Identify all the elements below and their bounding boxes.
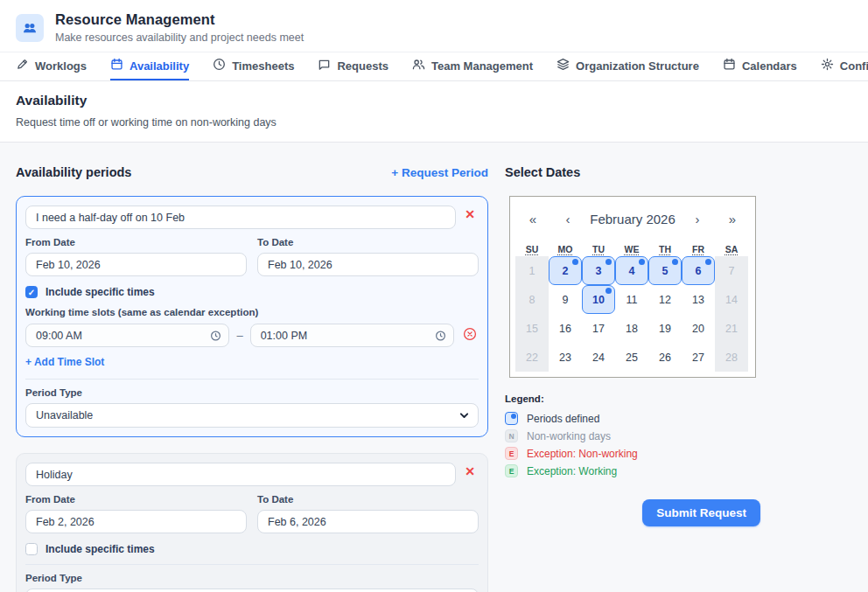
page-title: Availability — [16, 93, 852, 108]
legend-label: Exception: Working — [527, 465, 617, 477]
next-year-button[interactable]: » — [715, 212, 750, 226]
from-date-label: From Date — [25, 494, 247, 505]
calendar-day-number: 17 — [592, 323, 605, 335]
remove-period-button[interactable]: ✕ — [465, 463, 479, 477]
calendar-day[interactable]: 7 — [715, 256, 748, 285]
tab-availability[interactable]: Availability — [110, 52, 189, 80]
tab-label: Availability — [130, 59, 189, 73]
from-date-label: From Date — [25, 237, 247, 247]
prev-year-button[interactable]: « — [515, 212, 550, 226]
period-dot-icon — [572, 259, 578, 265]
tab-calendars[interactable]: Calendars — [723, 52, 797, 80]
period-type-label: Period Type — [25, 573, 479, 583]
calendar-day[interactable]: 19 — [648, 314, 682, 343]
calendar-day[interactable]: 16 — [549, 314, 582, 343]
calendar-day[interactable]: 3 — [582, 256, 615, 285]
calendar-day[interactable]: 12 — [648, 285, 682, 314]
legend-title: Legend: — [505, 394, 852, 404]
app-title: Resource Management — [55, 11, 304, 28]
weekday-label: WE — [615, 244, 648, 254]
calendar-day[interactable]: 18 — [615, 314, 648, 343]
from-date-input[interactable] — [25, 510, 247, 533]
calendar-day[interactable]: 13 — [682, 285, 715, 314]
tab-team-management[interactable]: Team Management — [412, 52, 533, 80]
calendar-day[interactable]: 20 — [682, 314, 715, 343]
prev-month-button[interactable]: ‹ — [550, 212, 585, 226]
calendar-day[interactable]: 25 — [615, 343, 648, 372]
calendar-day-number: 26 — [659, 352, 671, 364]
tab-configuration[interactable]: Configuration — [821, 52, 868, 80]
include-times-checkbox[interactable] — [25, 543, 38, 555]
calendar-day[interactable]: 24 — [582, 343, 615, 372]
divider — [25, 564, 479, 565]
include-times-label: Include specific times — [46, 543, 155, 555]
slot-start-input[interactable] — [25, 324, 229, 347]
select-dates-panel: Select Dates « ‹ February 2026 › » SU MO… — [505, 156, 852, 592]
period-type-label: Period Type — [25, 387, 479, 398]
period-name-input[interactable] — [25, 463, 456, 486]
calendar-nav: « ‹ February 2026 › » — [515, 202, 750, 235]
non-working-swatch-icon: N — [505, 429, 518, 442]
request-period-button[interactable]: + Request Period — [391, 166, 488, 179]
tab-requests[interactable]: Requests — [318, 52, 388, 80]
page-subtitle: Request time off or working time on non-… — [16, 116, 852, 129]
calendar-day[interactable]: 1 — [515, 256, 549, 285]
include-times-checkbox[interactable] — [25, 286, 38, 298]
exception-working-swatch-icon: E — [505, 464, 518, 477]
calendar-day[interactable]: 28 — [715, 343, 748, 372]
calendar-day[interactable]: 9 — [549, 285, 582, 314]
from-date-input[interactable] — [25, 253, 247, 276]
calendar-day-number: 6 — [696, 265, 702, 277]
calendar-day-number: 10 — [592, 294, 605, 306]
calendar-day[interactable]: 14 — [715, 285, 748, 314]
calendar-day[interactable]: 26 — [648, 343, 682, 372]
remove-period-button[interactable]: ✕ — [465, 205, 479, 220]
period-type-select[interactable]: Unavailable — [25, 403, 479, 428]
submit-request-button[interactable]: Submit Request — [642, 499, 760, 526]
period-dot-icon — [672, 259, 678, 265]
calendar-day[interactable]: 6 — [682, 256, 715, 285]
to-date-input[interactable] — [257, 253, 479, 276]
slot-end-input[interactable] — [250, 324, 454, 347]
calendar-day[interactable]: 4 — [615, 256, 648, 285]
period-card: ✕ From Date To Date Include specific tim… — [16, 196, 488, 437]
calendar-day[interactable]: 27 — [682, 343, 715, 372]
calendar-day-number: 9 — [563, 294, 569, 306]
slot-separator: – — [236, 329, 242, 342]
calendar-day[interactable]: 17 — [582, 314, 615, 343]
calendar-day[interactable]: 23 — [549, 343, 582, 372]
period-type-select[interactable]: Unavailable — [25, 589, 479, 592]
tab-worklogs[interactable]: Worklogs — [16, 52, 87, 80]
calendar-day[interactable]: 15 — [515, 314, 549, 343]
calendar-day[interactable]: 21 — [715, 314, 748, 343]
remove-slot-button[interactable] — [461, 325, 479, 345]
calendar-day-number: 1 — [529, 265, 536, 277]
time-slots-label: Working time slots (same as calendar exc… — [25, 307, 479, 317]
add-time-slot-button[interactable]: + Add Time Slot — [25, 356, 104, 368]
calendar-day[interactable]: 2 — [549, 256, 582, 285]
calendar-day-number: 19 — [659, 323, 671, 335]
calendar-day[interactable]: 11 — [615, 285, 648, 314]
page-intro: Availability Request time off or working… — [0, 81, 868, 143]
calendar-day[interactable]: 8 — [515, 285, 549, 314]
calendar-day[interactable]: 10 — [582, 285, 615, 314]
calendar-day-number: 4 — [629, 265, 635, 277]
month-year-label[interactable]: February 2026 — [585, 212, 680, 226]
tab-organization-structure[interactable]: Organization Structure — [556, 52, 699, 80]
calendar: « ‹ February 2026 › » SU MO TU WE TH FR … — [509, 196, 756, 378]
calendar-day[interactable]: 22 — [515, 343, 549, 372]
next-month-button[interactable]: › — [680, 212, 715, 226]
tab-label: Organization Structure — [576, 59, 699, 73]
tab-timesheets[interactable]: Timesheets — [213, 52, 294, 80]
calendar-day[interactable]: 5 — [648, 256, 682, 285]
calendar-icon — [110, 58, 123, 73]
to-date-input[interactable] — [257, 510, 479, 533]
calendar-day-number: 18 — [626, 323, 638, 335]
to-date-label: To Date — [257, 237, 479, 247]
legend-label: Exception: Non-working — [527, 448, 638, 460]
app-header: Resource Management Make resources avail… — [0, 0, 868, 52]
legend-item: E Exception: Non-working — [505, 447, 852, 460]
period-name-input[interactable] — [25, 205, 456, 229]
calendar-day-number: 23 — [559, 352, 571, 364]
calendar-day-number: 27 — [692, 352, 704, 364]
